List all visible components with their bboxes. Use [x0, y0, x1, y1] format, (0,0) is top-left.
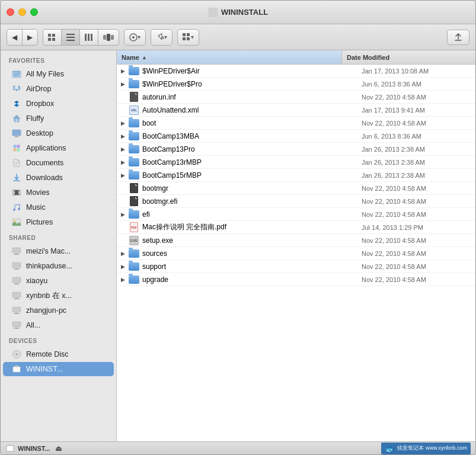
folder-icon [129, 79, 139, 89]
disclosure-triangle[interactable]: ▶ [117, 260, 129, 273]
minimize-button[interactable] [18, 8, 26, 16]
view-buttons [43, 29, 119, 46]
svg-rect-68 [7, 446, 14, 451]
table-row[interactable]: ▶ boot Nov 22, 2010 4:58 AM [117, 117, 475, 130]
table-row[interactable]: bootmgr.efi Nov 22, 2010 4:58 AM [117, 195, 475, 208]
sidebar-item-label: Desktop [26, 129, 53, 137]
table-row[interactable]: ▶ efi Nov 22, 2010 4:58 AM [117, 208, 475, 221]
sidebar-item-applications[interactable]: Applications [3, 141, 114, 155]
svg-rect-54 [12, 292, 21, 297]
table-row[interactable]: ▶ BootCamp13Pro Jan 26, 2013 2:38 AM [117, 143, 475, 156]
sidebar-item-label: Applications [26, 144, 66, 152]
usb-drive-icon [11, 364, 22, 374]
disclosure-triangle[interactable]: ▶ [117, 156, 129, 169]
table-row[interactable]: XML AutoUnattend.xml Jan 17, 2013 9:41 A… [117, 104, 475, 117]
table-row[interactable]: ▶ $WinPEDriver$Air Jan 17, 2013 10:08 AM [117, 65, 475, 78]
view-column-button[interactable] [80, 30, 98, 45]
svg-rect-56 [14, 299, 20, 299]
forward-button[interactable]: ▶ [23, 30, 37, 45]
disclosure-triangle[interactable]: ▶ [117, 65, 129, 78]
table-row[interactable]: EXE setup.exe Nov 22, 2010 4:58 AM [117, 234, 475, 247]
table-row[interactable]: ▶ sources Nov 22, 2010 4:58 AM [117, 247, 475, 260]
sidebar-item-wininst[interactable]: WININST... [3, 362, 114, 376]
svg-rect-59 [14, 313, 20, 314]
arrange-button[interactable]: ▾ [178, 30, 199, 45]
sidebar-item-dropbox[interactable]: Dropbox [3, 97, 114, 111]
eject-button[interactable]: ⏏ [55, 444, 62, 453]
disclosure-triangle[interactable]: ▶ [117, 247, 129, 260]
table-row[interactable]: PDF Mac操作说明 完全指南.pdf Jul 14, 2013 1:29 P… [117, 221, 475, 234]
svg-point-14 [132, 36, 135, 39]
sidebar-item-downloads[interactable]: Downloads [3, 171, 114, 185]
all-icon [11, 320, 22, 331]
svg-rect-4 [66, 34, 75, 35]
table-row[interactable]: ▶ BootCamp15rMBP Jan 26, 2013 2:38 AM [117, 169, 475, 182]
col-date-header[interactable]: Date Modified [342, 50, 394, 64]
table-row[interactable]: ▶ upgrade Nov 22, 2010 4:58 AM [117, 273, 475, 286]
table-row[interactable]: ▶ BootCamp13MBA Jun 6, 2013 8:36 AM [117, 130, 475, 143]
sidebar-item-desktop[interactable]: Desktop [3, 126, 114, 140]
table-row[interactable]: ▶ support Nov 22, 2010 4:58 AM [117, 260, 475, 273]
sidebar-item-pictures[interactable]: Pictures [3, 215, 114, 229]
music-icon [11, 202, 22, 213]
sidebar-item-documents[interactable]: Documents [3, 156, 114, 170]
sidebar-item-thinkpaduse[interactable]: thinkpaduse... [3, 259, 114, 273]
disclosure-triangle[interactable]: ▶ [117, 273, 129, 286]
svg-rect-2 [48, 38, 51, 41]
nav-buttons: ◀ ▶ [7, 29, 38, 46]
svg-rect-7 [85, 34, 87, 41]
maximize-button[interactable] [30, 8, 38, 16]
sidebar-item-xiaoyu[interactable]: xiaoyu [3, 274, 114, 288]
disclosure-triangle[interactable]: ▶ [117, 169, 129, 182]
disclosure-triangle[interactable]: ▶ [117, 143, 129, 156]
file-list: ▶ $WinPEDriver$Air Jan 17, 2013 10:08 AM… [117, 65, 475, 441]
exe-icon: EXE [129, 235, 139, 246]
disclosure-triangle[interactable]: ▶ [117, 130, 129, 143]
sidebar-item-all[interactable]: All... [3, 318, 114, 332]
svg-rect-11 [107, 34, 110, 41]
file-date: Nov 22, 2010 4:58 AM [357, 237, 475, 244]
file-date: Jul 14, 2013 1:29 PM [357, 224, 475, 231]
svg-point-37 [14, 194, 15, 195]
table-row[interactable]: ▶ BootCamp13rMBP Jan 26, 2013 2:38 AM [117, 156, 475, 169]
folder-icon [129, 170, 139, 181]
svg-rect-45 [12, 248, 21, 253]
view-coverflow-button[interactable] [98, 30, 119, 45]
svg-point-30 [17, 148, 20, 152]
svg-rect-47 [14, 254, 20, 255]
sidebar-item-meizi-mac[interactable]: meizi's Mac... [3, 244, 114, 258]
sidebar-item-all-my-files[interactable]: All My Files [3, 67, 114, 81]
svg-rect-53 [14, 284, 20, 284]
sidebar-item-music[interactable]: Music [3, 200, 114, 214]
sidebar-item-remote-disc[interactable]: Remote Disc [3, 347, 114, 361]
view-icon-button[interactable] [43, 30, 62, 45]
table-row[interactable]: bootmgr Nov 22, 2010 4:58 AM [117, 182, 475, 195]
sidebar-item-zhangjun-pc[interactable]: zhangjun-pc [3, 303, 114, 318]
disclosure-triangle[interactable]: ▶ [117, 117, 129, 130]
sidebar-item-label: xynbnb 在 x... [26, 291, 72, 301]
disclosure-triangle[interactable]: ▶ [117, 78, 129, 91]
col-name-header[interactable]: Name ▲ [117, 50, 342, 64]
all-my-files-icon [11, 69, 22, 79]
sidebar-item-xynbnb[interactable]: xynbnb 在 x... [3, 289, 114, 303]
share-export-button[interactable] [447, 30, 469, 45]
folder-icon [129, 131, 139, 142]
sidebar-item-airdrop[interactable]: AirDrop [3, 82, 114, 96]
back-button[interactable]: ◀ [7, 30, 23, 45]
file-name: sources [142, 249, 357, 258]
share-button[interactable]: ▾ [151, 30, 172, 45]
sidebar-item-movies[interactable]: Movies [3, 185, 114, 200]
disclosure-triangle[interactable]: ▶ [117, 208, 129, 221]
svg-point-36 [14, 190, 15, 191]
view-list-button[interactable] [62, 30, 80, 45]
file-date: Nov 22, 2010 4:58 AM [357, 263, 475, 270]
file-date: Jun 6, 2013 8:36 AM [357, 133, 475, 140]
documents-icon [11, 158, 22, 168]
table-row[interactable]: ▶ $WinPEDriver$Pro Jun 6, 2013 8:36 AM [117, 78, 475, 91]
sidebar-item-fluffy[interactable]: Fluffy [3, 111, 114, 126]
device-label[interactable]: WININST... ⏏ [5, 444, 62, 453]
close-button[interactable] [7, 8, 14, 16]
action-button[interactable]: ▾ [124, 30, 145, 45]
table-row[interactable]: autorun.inf Nov 22, 2010 4:58 AM [117, 91, 475, 104]
home-icon [11, 113, 22, 124]
